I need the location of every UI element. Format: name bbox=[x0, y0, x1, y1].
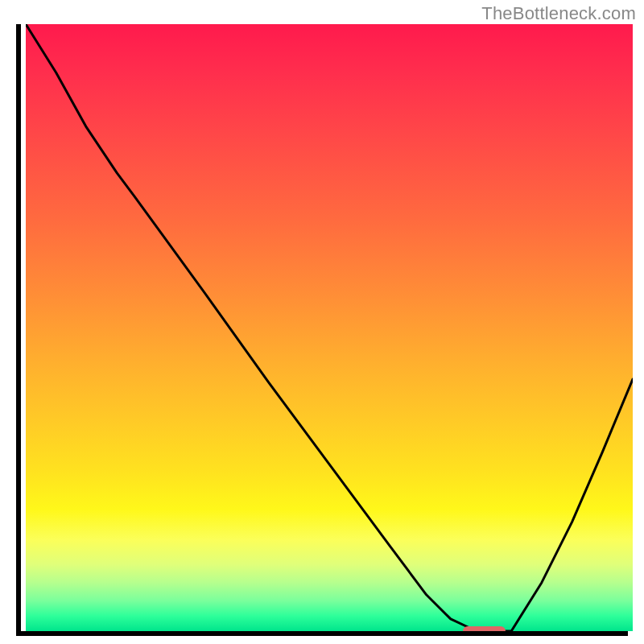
optimal-range-marker bbox=[463, 626, 506, 631]
bottleneck-curve bbox=[26, 24, 633, 631]
plot-area bbox=[26, 24, 633, 631]
chart-container: TheBottleneck.com bbox=[0, 0, 644, 644]
axes-frame bbox=[16, 24, 628, 636]
watermark-text: TheBottleneck.com bbox=[481, 3, 636, 24]
